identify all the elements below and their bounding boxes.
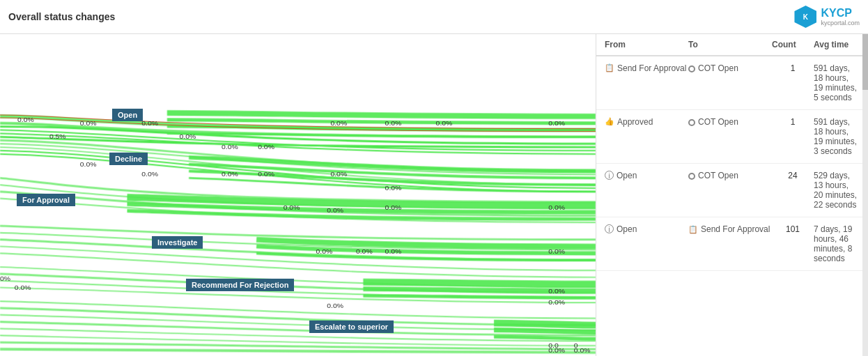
count-cell-3: 24 bbox=[772, 171, 814, 180]
logo-icon: K bbox=[794, 6, 816, 28]
table-row: 👍 Approved COT Open 1 591 days, 18 hours… bbox=[596, 110, 868, 164]
info-icon-3: i bbox=[605, 171, 614, 180]
decline-node: Decline bbox=[109, 153, 148, 165]
svg-text:0.0%: 0.0% bbox=[330, 171, 347, 178]
svg-text:0.0%: 0.0% bbox=[356, 247, 373, 255]
svg-text:0.0%: 0.0% bbox=[222, 171, 238, 178]
circle-icon-3 bbox=[688, 173, 695, 180]
panel-rows: 📋 Send For Approval COT Open 1 591 days,… bbox=[596, 56, 868, 356]
svg-text:0.0%: 0.0% bbox=[548, 299, 565, 307]
from-label-4: Open bbox=[617, 224, 637, 234]
from-cell-1: 📋 Send For Approval bbox=[605, 63, 688, 73]
to-cell-4: 📋 Send For Approval bbox=[688, 224, 772, 234]
col-to: To bbox=[688, 40, 772, 49]
avg-cell-2: 591 days, 18 hours, 19 minutes, 3 second… bbox=[814, 117, 860, 156]
avg-cell-1: 591 days, 18 hours, 19 minutes, 5 second… bbox=[814, 63, 860, 102]
for-approval-node: For Approval bbox=[17, 194, 75, 206]
svg-text:0.0%: 0.0% bbox=[316, 247, 333, 255]
investigate-node: Investigate bbox=[152, 236, 203, 249]
avg-cell-4: 7 days, 19 hours, 46 minutes, 8 seconds bbox=[814, 224, 860, 263]
table-row: 📋 Send For Approval COT Open 1 591 days,… bbox=[596, 56, 868, 110]
svg-text:0.0%: 0.0% bbox=[17, 116, 34, 123]
svg-text:0.0%: 0.0% bbox=[80, 160, 97, 168]
svg-text:0.0%: 0.0% bbox=[330, 119, 347, 127]
from-label-2: Approved bbox=[617, 117, 653, 127]
panel-header: From To Count Avg time bbox=[596, 34, 868, 56]
col-count: Count bbox=[772, 40, 814, 49]
col-avg-time: Avg time bbox=[814, 40, 860, 49]
table-row: i Open COT Open 24 529 days, 13 hours, 2… bbox=[596, 164, 868, 217]
svg-text:0.0%: 0.0% bbox=[141, 119, 158, 127]
doc-icon-4: 📋 bbox=[688, 225, 698, 234]
svg-text:0.0%: 0.0% bbox=[548, 247, 565, 255]
page-title: Overall status changes bbox=[8, 11, 115, 22]
escalate-node: Escalate to superior bbox=[309, 320, 394, 333]
svg-text:0.0%: 0.0% bbox=[15, 284, 31, 291]
col-from: From bbox=[605, 40, 688, 49]
sankey-diagram: 0.0% 0.5% 0.0% 0.0% 0.0% 0.0% 0.0% 0.0% … bbox=[0, 34, 596, 356]
doc-icon-1: 📋 bbox=[605, 63, 614, 72]
count-cell-2: 1 bbox=[772, 117, 814, 127]
svg-text:0.0%: 0.0% bbox=[327, 302, 343, 309]
svg-text:0.0%: 0.0% bbox=[80, 119, 97, 127]
avg-cell-3: 529 days, 13 hours, 20 minutes, 22 secon… bbox=[814, 171, 860, 210]
svg-text:0.0%: 0.0% bbox=[385, 203, 402, 211]
to-label-3: COT Open bbox=[698, 171, 738, 180]
svg-text:0.0%: 0.0% bbox=[385, 247, 402, 255]
svg-text:0%: 0% bbox=[0, 274, 10, 282]
svg-text:0.0%: 0.0% bbox=[548, 203, 565, 211]
svg-text:0.0%: 0.0% bbox=[222, 143, 238, 150]
transitions-panel: From To Count Avg time 📋 Send For Approv… bbox=[596, 34, 868, 356]
svg-text:0.0%: 0.0% bbox=[180, 133, 196, 141]
thumb-icon-2: 👍 bbox=[605, 117, 614, 126]
svg-text:0.0%: 0.0% bbox=[284, 203, 300, 211]
table-row: i Open 📋 Send For Approval 101 7 days, 1… bbox=[596, 217, 868, 271]
info-icon-4: i bbox=[605, 224, 614, 233]
svg-text:0.0%: 0.0% bbox=[548, 346, 565, 354]
logo-sub: kycportal.com bbox=[821, 20, 860, 26]
logo-text: KYCP bbox=[821, 7, 860, 20]
svg-text:0.0%: 0.0% bbox=[548, 119, 565, 127]
count-cell-1: 1 bbox=[772, 63, 814, 73]
count-cell-4: 101 bbox=[772, 224, 814, 234]
logo: K KYCP kycportal.com bbox=[794, 6, 860, 28]
circle-icon-2 bbox=[688, 119, 695, 126]
from-label-1: Send For Approval bbox=[617, 63, 686, 73]
svg-text:0.0%: 0.0% bbox=[385, 119, 402, 127]
svg-text:0.0%: 0.0% bbox=[258, 171, 274, 178]
from-label-3: Open bbox=[617, 171, 637, 180]
from-cell-3: i Open bbox=[605, 171, 688, 180]
to-label-2: COT Open bbox=[698, 117, 738, 127]
to-cell-2: COT Open bbox=[688, 117, 772, 127]
to-label-1: COT Open bbox=[698, 63, 738, 73]
circle-icon-1 bbox=[688, 65, 695, 72]
to-cell-1: COT Open bbox=[688, 63, 772, 73]
from-cell-2: 👍 Approved bbox=[605, 117, 688, 127]
to-cell-3: COT Open bbox=[688, 171, 772, 180]
svg-text:0.0%: 0.0% bbox=[385, 184, 402, 192]
svg-text:0.0%: 0.0% bbox=[258, 143, 274, 150]
to-label-4: Send For Approval bbox=[701, 224, 770, 234]
svg-text:0.5%: 0.5% bbox=[49, 133, 66, 141]
from-cell-4: i Open bbox=[605, 224, 688, 234]
svg-text:0.0%: 0.0% bbox=[327, 206, 343, 214]
svg-text:0.0%: 0.0% bbox=[548, 287, 565, 295]
recommend-node: Recommend For Rejection bbox=[186, 279, 294, 291]
svg-text:0.0%: 0.0% bbox=[574, 346, 591, 354]
svg-text:0.0%: 0.0% bbox=[436, 119, 453, 127]
open-node: Open bbox=[112, 109, 143, 121]
svg-text:0.0%: 0.0% bbox=[141, 171, 158, 178]
